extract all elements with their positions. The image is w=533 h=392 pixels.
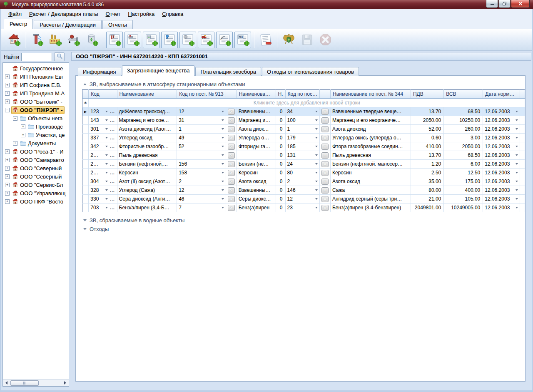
add-production-site-button[interactable] <box>46 31 64 49</box>
cell-name344[interactable]: Азота диоксид <box>330 125 411 134</box>
cell-pdv[interactable]: 13.70 <box>411 107 443 116</box>
dropdown-arrow-icon[interactable] <box>105 146 108 147</box>
cell-date[interactable]: 12.06.2003 <box>483 169 520 177</box>
clear-button[interactable]: × <box>321 109 329 115</box>
table-row[interactable]: 304…Азот (II) оксид (Азот…2×Азота оксид0… <box>82 177 525 186</box>
cell-x1[interactable]: × <box>226 195 237 203</box>
inner-tab[interactable]: Информация <box>78 67 121 76</box>
dropdown-arrow-icon[interactable] <box>516 111 518 112</box>
dropdown-arrow-icon[interactable] <box>516 189 518 191</box>
table-row[interactable]: 2……Пыль древесная×0131×Пыль древесная13.… <box>82 151 525 160</box>
clear-button[interactable]: × <box>321 205 329 211</box>
ellipsis-button[interactable]: … <box>110 152 115 158</box>
inner-tab[interactable]: Отходы от использования товаров <box>262 67 359 76</box>
cell-x2[interactable]: × <box>319 125 330 134</box>
search-input[interactable] <box>21 53 52 61</box>
dropdown-arrow-icon[interactable] <box>105 207 108 208</box>
clear-button[interactable]: × <box>321 187 329 194</box>
dropdown-arrow-icon[interactable] <box>222 181 224 182</box>
cell-date[interactable]: 12.06.2003 <box>483 151 520 160</box>
cell-n[interactable]: 0 <box>276 134 285 142</box>
clear-button[interactable]: × <box>228 135 235 141</box>
tree-item[interactable]: Государственное <box>3 64 69 72</box>
ellipsis-button[interactable]: … <box>110 109 115 114</box>
cell-kod344[interactable]: 100 <box>285 116 319 125</box>
ellipsis-button[interactable]: … <box>110 161 115 167</box>
cell-x2[interactable]: × <box>319 203 330 212</box>
cell-kod344[interactable]: 12 <box>285 195 319 203</box>
section-waste[interactable]: Отходы <box>83 225 525 233</box>
cell-date[interactable]: 12.06.2003 <box>483 134 520 142</box>
cell-name344[interactable]: Азота оксид <box>330 177 411 186</box>
table-row[interactable]: 143…Марганец и его сое…31×Марганец и…010… <box>82 116 525 125</box>
cell-kod344[interactable]: 179 <box>285 134 319 142</box>
add-doc-waste-button[interactable] <box>143 32 159 48</box>
add-doc-well-button[interactable] <box>106 32 123 48</box>
ellipsis-button[interactable]: … <box>110 126 115 132</box>
table-row[interactable]: ▶123…диЖелезо триоксид…12×Взвешенны…034×… <box>82 107 525 116</box>
clear-button[interactable]: × <box>321 161 329 167</box>
cell-n[interactable]: 0 <box>276 195 285 203</box>
cell-n[interactable]: 0 <box>276 151 285 160</box>
dropdown-arrow-icon[interactable] <box>315 181 318 182</box>
cell-name[interactable]: Фтористые газообр… <box>117 142 177 151</box>
cell-name913[interactable]: Марганец и… <box>237 116 276 125</box>
clear-button[interactable]: × <box>228 152 235 159</box>
tree-item[interactable]: +Участки, це <box>3 131 69 139</box>
cell-kod[interactable]: 337… <box>89 134 117 142</box>
cell-n[interactable]: 0 <box>276 177 285 186</box>
tree-item[interactable]: +ООО "Северный <box>3 164 69 172</box>
table-row[interactable]: 703…Бенз/а/пирен (3,4-Б…7×Бенз(а)пирен02… <box>82 203 525 212</box>
cell-pdv[interactable]: 35.00 <box>411 177 443 186</box>
tree-item[interactable]: +Производс <box>3 122 69 131</box>
cell-x1[interactable]: × <box>226 134 237 142</box>
expand-toggle-icon[interactable]: + <box>5 91 10 96</box>
clear-button[interactable]: × <box>321 144 329 150</box>
dropdown-arrow-icon[interactable] <box>315 146 318 147</box>
cell-kod344[interactable]: 185 <box>285 142 319 151</box>
clear-button[interactable]: × <box>321 117 329 124</box>
tree-horizontal-scrollbar[interactable] <box>3 379 69 386</box>
cell-name913[interactable]: Взвешенны… <box>237 107 276 116</box>
add-doc-transport-button[interactable] <box>198 32 214 48</box>
ellipsis-button[interactable]: … <box>110 117 115 123</box>
dropdown-arrow-icon[interactable] <box>315 163 318 165</box>
cell-name913[interactable]: Керосин <box>237 169 276 177</box>
cell-n[interactable]: 0 <box>276 107 285 116</box>
cell-name[interactable]: Бензин (нефтяной,… <box>117 160 177 169</box>
dropdown-arrow-icon[interactable] <box>315 137 318 139</box>
scroll-left-icon[interactable] <box>3 380 10 386</box>
rosprirodnadzor-button[interactable] <box>280 31 297 49</box>
expand-toggle-icon[interactable]: + <box>5 166 10 171</box>
cell-x2[interactable]: × <box>319 186 330 195</box>
cell-pdv[interactable]: 2049801.00 <box>411 203 443 212</box>
add-doc-discharge-button[interactable] <box>125 32 141 48</box>
collapse-toggle-icon[interactable]: − <box>13 116 17 121</box>
cell-kod913[interactable]: 12 <box>177 186 226 195</box>
clear-button[interactable]: × <box>321 170 329 176</box>
table-row[interactable]: 301…Азота диоксид (Азот…1×Азота диок…01×… <box>82 125 525 134</box>
column-header-name913[interactable]: Наименова… <box>237 90 276 99</box>
cell-name[interactable]: Марганец и его сое… <box>117 116 177 125</box>
expand-toggle-icon[interactable]: + <box>5 191 10 196</box>
menu-item[interactable]: Отчет <box>102 10 125 18</box>
collapse-toggle-icon[interactable]: − <box>5 108 10 112</box>
clear-button[interactable]: × <box>228 144 235 150</box>
cell-kod[interactable]: 342… <box>89 142 117 151</box>
column-header-pdv[interactable]: ПДВ <box>411 90 443 99</box>
tree-item[interactable]: +ИП Софина Е.В. <box>3 81 69 89</box>
cell-date[interactable]: 12.06.2003 <box>483 107 520 116</box>
menu-item[interactable]: Настройка <box>124 10 158 18</box>
cell-name344[interactable]: Ангидрид серный (серы три… <box>330 195 411 203</box>
add-doc-permit-button[interactable] <box>161 32 178 48</box>
ellipsis-button[interactable]: … <box>110 187 115 193</box>
dropdown-arrow-icon[interactable] <box>516 207 518 208</box>
main-tab[interactable]: Расчеты / Декларации <box>34 20 102 29</box>
clear-button[interactable]: × <box>228 170 235 176</box>
cell-kod344[interactable]: 34 <box>285 107 319 116</box>
cell-name913[interactable] <box>237 151 276 160</box>
cell-x1[interactable]: × <box>226 203 237 212</box>
tree-item[interactable]: +ООО ПКФ "Восто <box>3 197 69 206</box>
expand-toggle-icon[interactable]: + <box>5 158 10 162</box>
cell-vsv[interactable]: 68.50 <box>444 107 483 116</box>
